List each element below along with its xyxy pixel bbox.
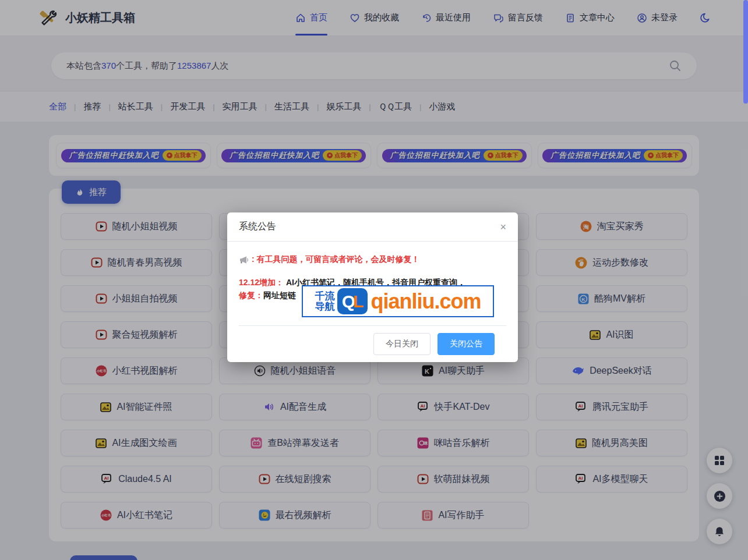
update-label: 12.12增加：	[239, 278, 284, 287]
modal-footer: 今日关闭 关闭公告	[239, 325, 506, 362]
fix-line: 修复： 网址短链 千流导航 QL qianliu.com	[239, 290, 506, 320]
close-notice-button[interactable]: 关闭公告	[437, 333, 495, 355]
scrollbar-thumb[interactable]	[743, 0, 748, 104]
close-today-button[interactable]: 今日关闭	[373, 333, 431, 355]
fix-label: 修复：	[239, 290, 263, 301]
announcement-modal: 系统公告 × : 有工具问题，可留言或者评论，会及时修复！ 12.12增加： A…	[227, 212, 518, 362]
qianliu-logo[interactable]: 千流导航 QL qianliu.com	[302, 285, 494, 317]
qianliu-logo-text: 千流导航	[315, 291, 334, 312]
notice-line: : 有工具问题，可留言或者评论，会及时修复！	[239, 254, 506, 265]
qianliu-domain: qianliu.com	[371, 289, 481, 314]
qianliu-ql-tile: QL	[337, 288, 368, 314]
notice-text: : 有工具问题，可留言或者评论，会及时修复！	[252, 254, 420, 265]
page: 小妖精工具箱 首页我的收藏最近使用留言反馈文章中心未登录 本站包含370个工具，…	[0, 0, 748, 560]
close-icon[interactable]: ×	[500, 222, 506, 232]
modal-title: 系统公告	[239, 221, 276, 233]
scrollbar	[743, 0, 748, 560]
fix-text: 网址短链	[263, 290, 296, 301]
modal-header: 系统公告 ×	[227, 212, 518, 241]
megaphone-icon	[239, 256, 249, 264]
modal-body: : 有工具问题，可留言或者评论，会及时修复！ 12.12增加： AI小红书笔记，…	[227, 242, 518, 362]
